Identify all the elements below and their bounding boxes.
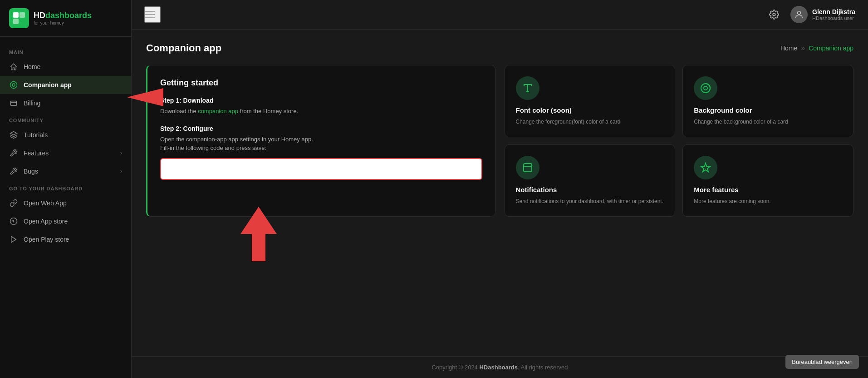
feature-card-background-color: Background color Change the background c… <box>682 65 853 137</box>
notifications-icon <box>516 156 539 179</box>
logo-subtitle: for your homey <box>34 20 92 25</box>
logo-text: HDdashboards for your homey <box>34 11 92 25</box>
sidebar-item-companion-app[interactable]: Companion app <box>0 76 131 94</box>
open-app-store-icon <box>9 217 18 226</box>
page-header: Companion app Home » Companion app <box>146 42 853 54</box>
notifications-title: Notifications <box>516 186 664 194</box>
svg-point-13 <box>704 86 707 90</box>
sidebar-item-open-web-app[interactable]: Open Web App <box>0 194 131 212</box>
background-color-title: Background color <box>694 106 842 114</box>
sidebar-item-label-features: Features <box>24 149 49 157</box>
more-features-title: More features <box>694 186 842 194</box>
feature-card-notifications: Notifications Send notifications to your… <box>505 144 676 217</box>
settings-icon[interactable] <box>767 7 781 22</box>
svg-point-4 <box>10 82 17 89</box>
sidebar-item-label-bugs: Bugs <box>24 168 38 175</box>
sidebar: HDdashboards for your homey MAIN Home Co… <box>0 0 132 378</box>
sidebar-item-features[interactable]: Features › <box>0 144 131 162</box>
features-icon <box>9 149 18 158</box>
sidebar-item-label-play-store: Open Play store <box>24 236 69 243</box>
background-color-icon <box>694 76 717 100</box>
breadcrumb-separator: » <box>801 44 805 52</box>
sidebar-nav: MAIN Home Companion app Billing COMMUNIT… <box>0 37 131 378</box>
code-input[interactable] <box>160 158 482 180</box>
logo-title: HDdashboards <box>34 11 92 20</box>
sidebar-item-label-home: Home <box>24 63 40 70</box>
logo-icon <box>9 8 29 28</box>
billing-icon <box>9 99 18 108</box>
step-1: Step 1: Download Download the companion … <box>160 97 482 116</box>
open-web-app-icon <box>9 199 18 208</box>
feature-cards-grid: Font color (soon) Change the foreground(… <box>505 65 854 217</box>
page-content: Companion app Home » Companion app Getti… <box>132 30 868 356</box>
tutorials-icon <box>9 130 18 139</box>
page-title: Companion app <box>146 42 221 54</box>
chevron-features: › <box>120 150 122 156</box>
background-color-desc: Change the background color of a card <box>694 118 842 126</box>
section-label-main: MAIN <box>0 44 131 58</box>
font-color-desc: Change the foreground(font) color of a c… <box>516 118 664 126</box>
feature-card-font-color: Font color (soon) Change the foreground(… <box>505 65 676 137</box>
sidebar-item-label-web-app: Open Web App <box>24 199 67 207</box>
user-info[interactable]: Glenn Dijkstra HDashboards user <box>790 6 855 23</box>
tooltip-bureaublad: Bureaublad weergeven <box>785 355 859 369</box>
font-color-icon <box>516 76 539 100</box>
top-header: Glenn Dijkstra HDashboards user <box>132 0 868 30</box>
chevron-bugs: › <box>120 168 122 174</box>
svg-rect-14 <box>524 164 532 172</box>
getting-started-card: Getting started Step 1: Download Downloa… <box>146 65 495 217</box>
open-play-store-icon <box>9 235 18 244</box>
hamburger-button[interactable] <box>144 6 161 23</box>
getting-started-title: Getting started <box>160 78 482 88</box>
svg-point-5 <box>12 84 15 86</box>
step-1-title: Step 1: Download <box>160 97 482 104</box>
sidebar-item-bugs[interactable]: Bugs › <box>0 162 131 180</box>
user-name: Glenn Dijkstra <box>812 8 855 15</box>
sidebar-item-label-companion: Companion app <box>24 81 72 89</box>
breadcrumb: Home » Companion app <box>780 44 853 52</box>
step-2-desc: Open the companion-app app settings in y… <box>160 135 482 153</box>
sidebar-item-home[interactable]: Home <box>0 58 131 76</box>
svg-point-9 <box>797 11 800 15</box>
notifications-desc: Send notifications to your dashboard, wi… <box>516 197 664 205</box>
section-label-community: COMMUNITY <box>0 112 131 126</box>
sidebar-item-open-app-store[interactable]: Open App store <box>0 212 131 230</box>
companion-app-link[interactable]: companion app <box>198 108 238 114</box>
more-features-icon <box>694 156 717 179</box>
font-color-title: Font color (soon) <box>516 106 664 114</box>
page-footer: Copyright © 2024 HDashboards. All rights… <box>132 356 868 378</box>
svg-rect-1 <box>20 12 25 18</box>
bugs-icon <box>9 167 18 176</box>
sidebar-logo: HDdashboards for your homey <box>0 0 131 37</box>
svg-rect-6 <box>10 101 17 106</box>
svg-rect-3 <box>20 19 25 24</box>
more-features-desc: More features are coming soon. <box>694 197 842 205</box>
svg-marker-7 <box>11 236 16 243</box>
user-role: HDashboards user <box>812 15 855 21</box>
header-right: Glenn Dijkstra HDashboards user <box>767 6 855 23</box>
sidebar-item-tutorials[interactable]: Tutorials <box>0 126 131 144</box>
svg-rect-2 <box>13 19 19 24</box>
step-1-desc: Download the companion app from the Home… <box>160 107 482 116</box>
sidebar-item-open-play-store[interactable]: Open Play store <box>0 230 131 249</box>
content-grid: Getting started Step 1: Download Downloa… <box>146 65 853 217</box>
avatar <box>790 6 808 23</box>
step-2-title: Step 2: Configure <box>160 125 482 132</box>
sidebar-item-billing[interactable]: Billing <box>0 94 131 112</box>
sidebar-item-label-tutorials: Tutorials <box>24 131 48 139</box>
feature-card-more-features: More features More features are coming s… <box>682 144 853 217</box>
user-details: Glenn Dijkstra HDashboards user <box>812 8 855 21</box>
companion-app-icon <box>9 80 18 90</box>
step-2: Step 2: Configure Open the companion-app… <box>160 125 482 180</box>
breadcrumb-current: Companion app <box>809 45 853 52</box>
sidebar-item-label-billing: Billing <box>24 99 40 107</box>
section-label-dashboard: GO TO YOUR DASHBOARD <box>0 180 131 194</box>
breadcrumb-home[interactable]: Home <box>780 45 797 52</box>
sidebar-item-label-app-store: Open App store <box>24 218 68 225</box>
main-area: Glenn Dijkstra HDashboards user Companio… <box>132 0 868 378</box>
svg-point-8 <box>773 13 775 16</box>
svg-rect-0 <box>13 12 19 18</box>
home-icon <box>9 62 18 71</box>
